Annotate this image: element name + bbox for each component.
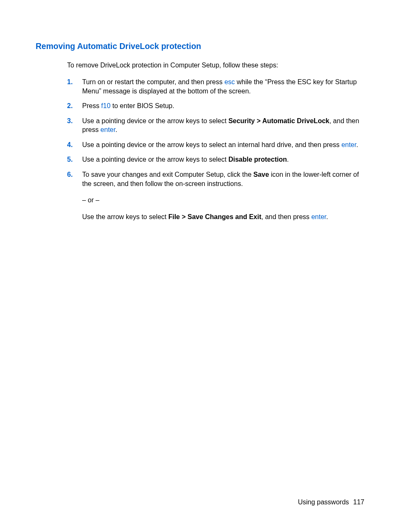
- step-1: 1. Turn on or restart the computer, and …: [67, 77, 364, 96]
- step-5: 5. Use a pointing device or the arrow ke…: [67, 155, 364, 164]
- key-f10: f10: [101, 102, 110, 109]
- key-enter: enter: [311, 213, 326, 220]
- section-heading: Removing Automatic DriveLock protection: [36, 41, 364, 52]
- step-2: 2. Press f10 to enter BIOS Setup.: [67, 101, 364, 111]
- step-6: 6. To save your changes and exit Compute…: [67, 170, 364, 221]
- step-number: 6.: [67, 170, 82, 179]
- key-enter: enter: [341, 141, 356, 148]
- step-number: 1.: [67, 77, 82, 87]
- key-esc: esc: [224, 78, 235, 85]
- text: Use the arrow keys to select: [82, 213, 168, 220]
- text: .: [287, 156, 288, 163]
- text: , and then press: [261, 213, 311, 220]
- step-4: 4. Use a pointing device or the arrow ke…: [67, 140, 364, 150]
- step-3: 3. Use a pointing device or the arrow ke…: [67, 116, 364, 134]
- page-number: 117: [353, 498, 364, 506]
- step-body: Turn on or restart the computer, and the…: [82, 77, 364, 96]
- text-paragraph: To save your changes and exit Computer S…: [82, 170, 364, 188]
- intro-text: To remove DriveLock protection in Comput…: [67, 61, 364, 70]
- text: .: [326, 213, 328, 220]
- step-body: Press f10 to enter BIOS Setup.: [82, 101, 364, 111]
- text: .: [115, 126, 117, 133]
- step-body: To save your changes and exit Computer S…: [82, 170, 364, 221]
- text: Use a pointing device or the arrow keys …: [82, 141, 341, 148]
- step-body: Use a pointing device or the arrow keys …: [82, 140, 364, 150]
- or-separator: – or –: [82, 196, 364, 205]
- bold-text: File > Save Changes and Exit: [168, 213, 261, 220]
- text: .: [356, 141, 358, 148]
- step-number: 4.: [67, 140, 82, 150]
- step-body: Use a pointing device or the arrow keys …: [82, 116, 364, 134]
- bold-text: Disable protection: [229, 156, 287, 163]
- step-number: 2.: [67, 101, 82, 111]
- step-number: 3.: [67, 116, 82, 126]
- page-footer: Using passwords117: [298, 498, 364, 507]
- text: Press: [82, 102, 101, 109]
- bold-text: Save: [253, 171, 269, 178]
- text: to enter BIOS Setup.: [111, 102, 174, 109]
- footer-section: Using passwords: [298, 498, 349, 506]
- text: Use a pointing device or the arrow keys …: [82, 156, 229, 163]
- text: To save your changes and exit Computer S…: [82, 171, 253, 178]
- text: Turn on or restart the computer, and the…: [82, 78, 224, 85]
- step-number: 5.: [67, 155, 82, 164]
- text: Use a pointing device or the arrow keys …: [82, 117, 229, 124]
- text-paragraph: Use the arrow keys to select File > Save…: [82, 212, 364, 222]
- bold-text: Security > Automatic DriveLock: [229, 117, 330, 124]
- key-enter: enter: [101, 126, 116, 133]
- step-body: Use a pointing device or the arrow keys …: [82, 155, 364, 164]
- steps-list: 1. Turn on or restart the computer, and …: [67, 77, 364, 222]
